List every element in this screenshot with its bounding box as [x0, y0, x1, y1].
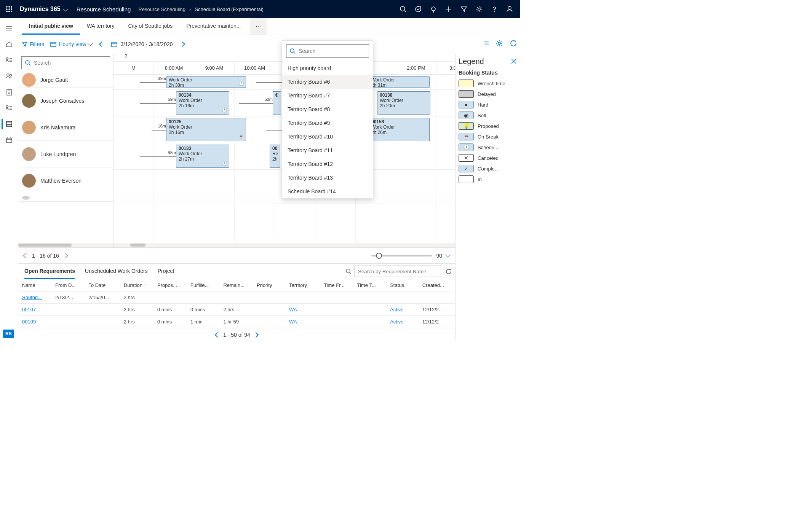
board-picker-item[interactable]: Territory Board #6: [282, 75, 373, 89]
task-icon[interactable]: [411, 0, 426, 18]
board-picker-item[interactable]: Schedule Board #14: [282, 185, 373, 198]
schedule-board-icon[interactable]: [2, 117, 17, 131]
column-header[interactable]: To Date: [85, 279, 120, 291]
board-picker-item[interactable]: High priority board: [282, 61, 373, 75]
resource-row[interactable]: [18, 194, 113, 202]
area-name[interactable]: Resource Scheduling: [77, 6, 131, 13]
column-header[interactable]: Name: [18, 279, 51, 291]
refresh-icon[interactable]: [510, 40, 516, 48]
booking-card[interactable]: Work Order2h 31m: [369, 76, 430, 88]
pager-prev[interactable]: [23, 253, 28, 258]
table-row[interactable]: 001072 hrs0 mins0 mins2 hrsWAActive12/12…: [18, 304, 455, 316]
column-header[interactable]: Time T...: [353, 279, 387, 291]
table-cell[interactable]: 00107: [18, 304, 51, 316]
booking-card[interactable]: 00133Work Order2h 27m🕐: [176, 145, 229, 168]
tab-wa[interactable]: WA territory: [80, 18, 121, 35]
table-row[interactable]: Southri...2/13/2...2/15/20...2 hrs: [18, 291, 455, 304]
requirement-search-input[interactable]: [355, 266, 442, 277]
bpager-prev[interactable]: [215, 332, 220, 337]
column-header[interactable]: Remain...: [219, 279, 253, 291]
tab-preventative[interactable]: Preventative mainten...: [179, 18, 248, 35]
booking-card[interactable]: €: [273, 91, 281, 115]
table-cell[interactable]: WA: [285, 316, 320, 328]
board-picker-item[interactable]: Territory Board #9: [282, 116, 373, 130]
column-header[interactable]: Territory: [285, 279, 320, 291]
date-range[interactable]: 3/12/2020 - 3/18/2020: [111, 41, 173, 47]
zoom-control[interactable]: 90: [371, 253, 450, 259]
next-range-button[interactable]: [179, 40, 186, 49]
resource-row[interactable]: Kris Nakamura: [18, 114, 113, 141]
search-icon[interactable]: [395, 0, 411, 18]
table-cell[interactable]: Active: [386, 304, 419, 316]
table-cell[interactable]: Southri...: [18, 291, 51, 304]
filter-icon[interactable]: [456, 0, 472, 18]
app-name[interactable]: Dynamics 365: [20, 6, 67, 13]
column-header[interactable]: Duration ↑: [120, 279, 153, 291]
booking-card[interactable]: 00134Work Order2h 16m🕐: [176, 91, 229, 115]
column-header[interactable]: Priority: [253, 279, 285, 291]
booking-card[interactable]: 00138Work Order2h 20m: [377, 91, 430, 115]
column-header[interactable]: Created...: [419, 279, 455, 291]
bulb-icon[interactable]: [426, 0, 441, 18]
table-cell[interactable]: WA: [285, 304, 320, 316]
people-list-icon[interactable]: [2, 53, 17, 67]
table-cell[interactable]: 00109: [18, 316, 51, 328]
gear-icon[interactable]: [472, 0, 487, 18]
clipboard-icon[interactable]: [2, 85, 17, 99]
calendar-icon[interactable]: [2, 133, 17, 147]
pager-next[interactable]: [63, 253, 68, 258]
settings-icon[interactable]: [496, 40, 503, 48]
btab-open[interactable]: Open Requirements: [24, 264, 75, 279]
rs-badge[interactable]: RS: [3, 330, 14, 338]
zoom-dropdown[interactable]: [445, 252, 451, 258]
app-launcher-icon[interactable]: [3, 3, 15, 15]
table-row[interactable]: 001092 hrs0 mins1 min1 hr 59WAActive12/1…: [18, 316, 455, 328]
list-view-icon[interactable]: [482, 40, 489, 48]
bpager-next[interactable]: [253, 332, 259, 337]
filters-button[interactable]: Filters: [22, 41, 44, 47]
resource-row[interactable]: Joseph Gonsalves: [18, 88, 113, 114]
menu-toggle-icon[interactable]: [2, 21, 17, 35]
column-header[interactable]: Fulfille...: [187, 279, 219, 291]
board-picker-item[interactable]: Territory Board #10: [282, 130, 373, 143]
search-icon[interactable]: [345, 268, 352, 274]
booking-card[interactable]: 00158Work Order2h 26m: [369, 118, 430, 141]
booking-card[interactable]: 00125Work Order2h 16m☕: [166, 118, 246, 141]
more-tabs-button[interactable]: ⋯: [250, 18, 267, 35]
resource-search[interactable]: [21, 56, 110, 69]
column-header[interactable]: Status: [386, 279, 419, 291]
column-header[interactable]: Time Fr...: [320, 279, 353, 291]
btab-unscheduled[interactable]: Unscheduled Work Orders: [85, 264, 148, 279]
close-icon[interactable]: [510, 58, 517, 66]
people-icon[interactable]: [2, 69, 17, 83]
booking-card[interactable]: Work Order2h 38m🕐: [166, 76, 246, 88]
home-icon[interactable]: [2, 37, 17, 51]
board-picker-item[interactable]: Territory Board #8: [282, 102, 373, 116]
board-picker-item[interactable]: Territory Board #7: [282, 89, 373, 102]
resource-row[interactable]: Luke Lundgren: [18, 141, 113, 167]
timeline-hscrollbar[interactable]: [113, 243, 455, 247]
column-header[interactable]: From D...: [51, 279, 85, 291]
resource-row[interactable]: Matthew Everson: [18, 167, 113, 194]
refresh-icon[interactable]: [445, 268, 451, 274]
table-cell[interactable]: Active: [386, 316, 419, 328]
resource-row[interactable]: Jorge Gault: [18, 72, 113, 88]
add-icon[interactable]: [441, 0, 456, 18]
tab-initial[interactable]: Initial public view: [22, 18, 80, 35]
tab-seattle[interactable]: City of Seattle jobs: [121, 18, 180, 35]
view-selector[interactable]: Hourly view: [50, 41, 92, 47]
contact-list-icon[interactable]: [2, 101, 17, 115]
column-header[interactable]: Propos...: [153, 279, 187, 291]
resource-search-input[interactable]: [34, 60, 107, 66]
user-icon[interactable]: [502, 0, 517, 18]
prev-range-button[interactable]: [98, 40, 105, 49]
popover-search-input[interactable]: [299, 48, 366, 54]
popover-search[interactable]: [286, 45, 369, 57]
board-picker-item[interactable]: Territory Board #13: [282, 171, 373, 185]
help-icon[interactable]: [487, 0, 502, 18]
resource-hscrollbar[interactable]: [18, 243, 113, 247]
breadcrumb-parent[interactable]: Resource Scheduling: [138, 6, 185, 12]
btab-project[interactable]: Project: [158, 264, 174, 279]
booking-card[interactable]: 00Re2h: [270, 145, 280, 168]
board-picker-item[interactable]: Territory Board #12: [282, 157, 373, 171]
